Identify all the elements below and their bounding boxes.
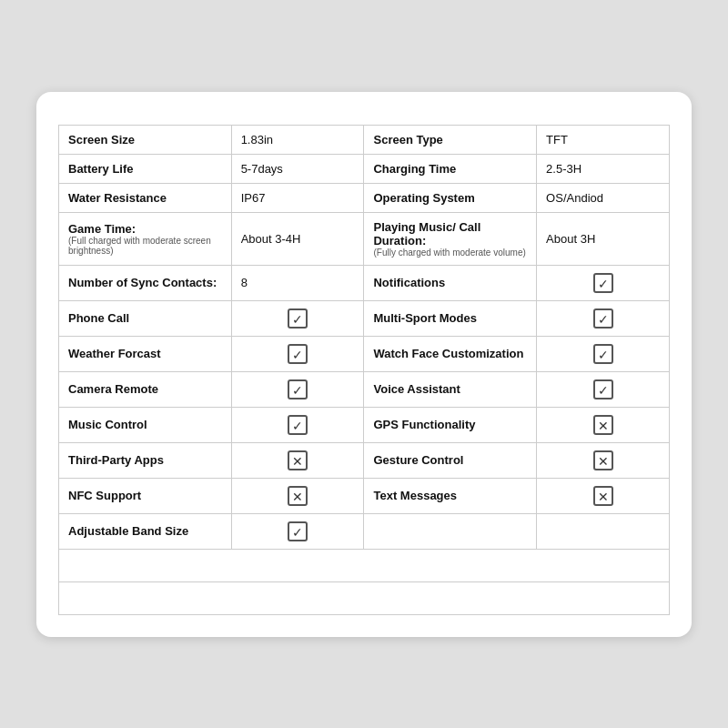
right-check-cell [537,513,670,549]
left-check-cell: ✕ [231,442,364,478]
left-label: Game Time:(Full charged with moderate sc… [59,212,232,265]
right-label: Screen Type [364,125,537,154]
checkbox-checked: ✓ [288,344,308,364]
right-label: Multi-Sport Modes [364,300,537,336]
checkbox-x: ✕ [593,450,613,470]
checkbox-checked: ✓ [593,273,613,293]
left-check-cell: ✓ [231,300,364,336]
right-label: Operating System [364,183,537,212]
left-label: Camera Remote [59,371,232,407]
right-label: GPS Functionality [364,407,537,442]
left-label: Weather Forcast [59,336,232,371]
checkbox-checked: ✓ [593,344,613,364]
checkbox-checked: ✓ [593,379,613,399]
right-check-cell: ✓ [537,300,670,336]
checkbox-checked: ✓ [288,308,308,329]
checkbox-checked: ✓ [288,379,308,399]
table-row: Phone Call ✓ Multi-Sport Modes ✓ [59,300,670,336]
checkbox-checked: ✓ [593,308,613,329]
checkbox-x: ✕ [288,450,308,470]
table-row: NFC Support ✕ Text Messages ✕ [59,478,670,513]
right-value: About 3H [537,212,670,265]
table-row [59,581,670,614]
table-row: Number of Sync Contacts: 8 Notifications… [59,265,670,300]
right-check-cell: ✕ [537,442,670,478]
right-value: TFT [537,125,670,154]
parameters-table: Screen Size 1.83in Screen Type TFT Batte… [58,125,670,615]
left-label: Music Control [59,407,232,442]
left-label: Third-Party Apps [59,442,232,478]
left-label: Phone Call [59,300,232,336]
table-row: Water Resistance IP67 Operating System O… [59,183,670,212]
left-label: NFC Support [59,478,232,513]
checkbox-x: ✕ [593,415,613,435]
right-label: Gesture Control [364,442,537,478]
table-row: Battery Life 5-7days Charging Time 2.5-3… [59,154,670,183]
left-check-cell: ✓ [231,336,364,371]
table-row: Game Time:(Full charged with moderate sc… [59,212,670,265]
left-value: 5-7days [231,154,364,183]
table-row [59,549,670,581]
left-check-cell: ✓ [231,513,364,549]
left-label: Number of Sync Contacts: [59,265,232,300]
table-row: Weather Forcast ✓ Watch Face Customizati… [59,336,670,371]
left-value: IP67 [231,183,364,212]
left-check-cell: ✕ [231,478,364,513]
right-label: Text Messages [364,478,537,513]
table-row: Camera Remote ✓ Voice Assistant ✓ [59,371,670,407]
table-row: Music Control ✓ GPS Functionality ✕ [59,407,670,442]
left-label: Adjustable Band Size [59,513,232,549]
left-value: 1.83in [231,125,364,154]
right-check-cell: ✓ [537,265,670,300]
right-check-cell: ✕ [537,478,670,513]
right-value: OS/Andiod [537,183,670,212]
right-label: Charging Time [364,154,537,183]
right-label: Playing Music/ Call Duration:(Fully char… [364,212,537,265]
checkbox-x: ✕ [593,486,613,506]
right-value: 2.5-3H [537,154,670,183]
right-label: Notifications [364,265,537,300]
table-row: Screen Size 1.83in Screen Type TFT [59,125,670,154]
left-value: 8 [231,265,364,300]
left-check-cell: ✓ [231,407,364,442]
right-label: Watch Face Customization [364,336,537,371]
right-check-cell: ✕ [537,407,670,442]
left-value: About 3-4H [231,212,364,265]
checkbox-checked: ✓ [288,521,308,541]
checkbox-x: ✕ [288,486,308,506]
right-label: Voice Assistant [364,371,537,407]
left-label: Screen Size [59,125,232,154]
parameters-card: Screen Size 1.83in Screen Type TFT Batte… [36,92,692,637]
table-row: Third-Party Apps ✕ Gesture Control ✕ [59,442,670,478]
right-label [364,513,537,549]
checkbox-checked: ✓ [288,415,308,435]
left-label: Water Resistance [59,183,232,212]
right-check-cell: ✓ [537,371,670,407]
left-check-cell: ✓ [231,371,364,407]
table-row: Adjustable Band Size ✓ [59,513,670,549]
left-label: Battery Life [59,154,232,183]
right-check-cell: ✓ [537,336,670,371]
